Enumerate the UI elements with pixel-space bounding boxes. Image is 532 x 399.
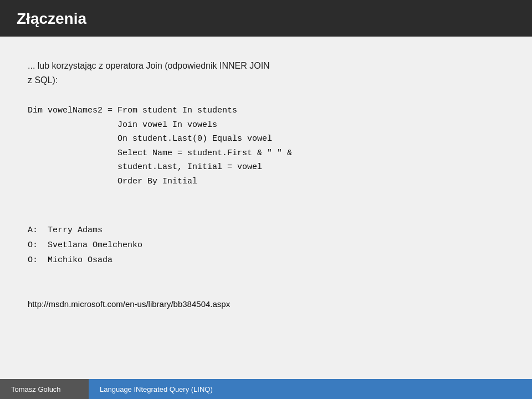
link-container: http://msdn.microsoft.com/en-us/library/… bbox=[28, 299, 504, 309]
intro-text: ... lub korzystając z operatora Join (od… bbox=[28, 59, 504, 87]
reference-link[interactable]: http://msdn.microsoft.com/en-us/library/… bbox=[28, 299, 230, 309]
footer-author: Tomasz Goluch bbox=[0, 379, 89, 399]
code-block: Dim vowelNames2 = From student In studen… bbox=[28, 104, 504, 188]
result1: A: Terry Adams bbox=[28, 226, 103, 235]
intro-line2: z SQL): bbox=[28, 75, 58, 85]
results-block: A: Terry Adams O: Svetlana Omelchenko O:… bbox=[28, 208, 504, 283]
slide-title: Złączenia bbox=[17, 10, 86, 27]
slide-header: Złączenia bbox=[0, 0, 532, 37]
result2: O: Svetlana Omelchenko bbox=[28, 241, 142, 250]
code-dim: Dim vowelNames2 = From student In studen… bbox=[28, 106, 292, 186]
intro-line1: ... lub korzystając z operatora Join (od… bbox=[28, 61, 270, 70]
footer: Tomasz Goluch Language INtegrated Query … bbox=[0, 379, 532, 399]
main-content: ... lub korzystając z operatora Join (od… bbox=[0, 37, 532, 379]
result3: O: Michiko Osada bbox=[28, 255, 112, 265]
footer-topic: Language INtegrated Query (LINQ) bbox=[89, 379, 532, 399]
